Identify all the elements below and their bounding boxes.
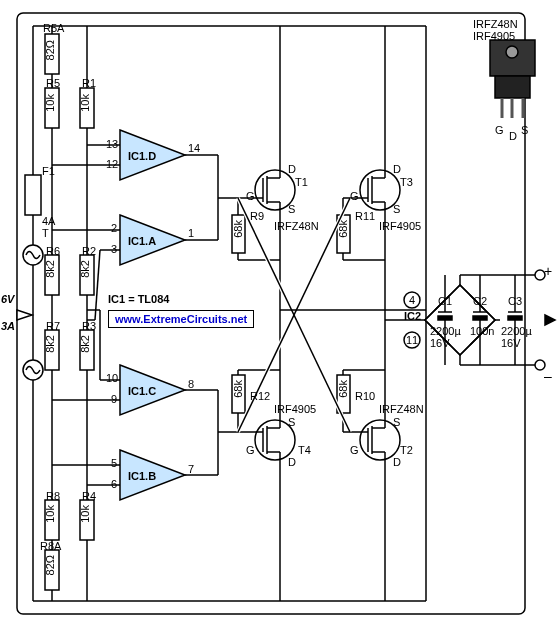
t1-d: D	[288, 163, 296, 175]
pkg-pin-d: D	[509, 130, 517, 142]
t4-type: IRF4905	[274, 403, 316, 415]
r12-ref: R12	[250, 390, 270, 402]
r3-val: 8k2	[79, 335, 91, 353]
ic1b-in1: 5	[111, 457, 117, 469]
t4-d: D	[288, 456, 296, 468]
r8-ref: R8	[46, 490, 60, 502]
ic1c-in1: 10	[106, 372, 118, 384]
supply-v: 6V	[1, 293, 14, 305]
f1-val: 4A T	[42, 215, 55, 239]
r1-val: 10k	[79, 94, 91, 112]
r7-val: 8k2	[44, 335, 56, 353]
pkg-pin-s: S	[521, 124, 528, 136]
t2-g: G	[350, 444, 359, 456]
t1-s: S	[288, 203, 295, 215]
svg-marker-158	[17, 310, 32, 320]
mosfet-types-label: IRFZ48N IRF4905	[473, 18, 518, 42]
r10-ref: R10	[355, 390, 375, 402]
ic1d-out: 14	[188, 142, 200, 154]
svg-marker-137	[545, 315, 555, 325]
c3-ref: C3	[508, 295, 522, 307]
r5a-ref: R5A	[43, 22, 64, 34]
r11-ref: R11	[355, 210, 375, 222]
out-minus: –	[544, 368, 552, 384]
r7-ref: R7	[46, 320, 60, 332]
f1-ref: F1	[42, 165, 55, 177]
r2-val: 8k2	[79, 260, 91, 278]
r11-val: 68k	[337, 220, 349, 238]
r2-ref: R2	[82, 245, 96, 257]
source-link[interactable]: www.ExtremeCircuits.net	[108, 310, 254, 328]
t3-s: S	[393, 203, 400, 215]
t1-ref: T1	[295, 176, 308, 188]
r8a-ref: R8A	[40, 540, 61, 552]
ic-note: IC1 = TL084	[108, 293, 169, 305]
svg-rect-140	[438, 316, 452, 320]
r12-val: 68k	[232, 380, 244, 398]
ic1c-ref: IC1.C	[128, 385, 156, 397]
svg-rect-153	[495, 76, 530, 98]
r5-val: 10k	[44, 94, 56, 112]
r8a-val: 82Ω	[44, 555, 56, 575]
ic1c-out: 8	[188, 378, 194, 390]
t2-ref: T2	[400, 444, 413, 456]
ic1a-in2: 3	[111, 243, 117, 255]
t4-g: G	[246, 444, 255, 456]
t2-d: D	[393, 456, 401, 468]
t3-d: D	[393, 163, 401, 175]
svg-rect-12	[25, 175, 41, 215]
ic1a-out: 1	[188, 227, 194, 239]
c2-ref: C2	[473, 295, 487, 307]
r10-val: 68k	[337, 380, 349, 398]
c3-val: 2200µ 16V	[501, 325, 532, 349]
c2-val: 100n	[470, 325, 494, 337]
t3-type: IRF4905	[379, 220, 421, 232]
ic2-ref: IC2	[404, 310, 421, 322]
ic1d-in1: 13	[106, 138, 118, 150]
svg-rect-148	[508, 316, 522, 320]
c1-val: 2200µ 16V	[430, 325, 461, 349]
r6-val: 8k2	[44, 260, 56, 278]
t3-ref: T3	[400, 176, 413, 188]
ic1b-in2: 6	[111, 478, 117, 490]
svg-rect-144	[473, 316, 487, 320]
ic1c-in2: 9	[111, 393, 117, 405]
t4-ref: T4	[298, 444, 311, 456]
svg-point-154	[506, 46, 518, 58]
t1-type: IRFZ48N	[274, 220, 319, 232]
r9-val: 68k	[232, 220, 244, 238]
ic2-p11: 11	[406, 334, 418, 346]
r9-ref: R9	[250, 210, 264, 222]
out-plus: +	[544, 263, 552, 279]
r5a-val: 82Ω	[44, 40, 56, 60]
ic1d-in2: 12	[106, 158, 118, 170]
t1-g: G	[246, 190, 255, 202]
r4-ref: R4	[82, 490, 96, 502]
ic1b-ref: IC1.B	[128, 470, 156, 482]
ic1a-ref: IC1.A	[128, 235, 156, 247]
t2-s: S	[393, 416, 400, 428]
ic1b-out: 7	[188, 463, 194, 475]
r8-val: 10k	[44, 505, 56, 523]
ic2-p4: 4	[409, 294, 415, 306]
schematic-root: IRFZ48N IRF4905 G D S F1 4A T R5A 82Ω R5…	[0, 0, 560, 627]
r3-ref: R3	[82, 320, 96, 332]
ic1a-in1: 2	[111, 222, 117, 234]
t2-type: IRFZ48N	[379, 403, 424, 415]
ic1d-ref: IC1.D	[128, 150, 156, 162]
r5-ref: R5	[46, 77, 60, 89]
t4-s: S	[288, 416, 295, 428]
r4-val: 10k	[79, 505, 91, 523]
c1-ref: C1	[438, 295, 452, 307]
t3-g: G	[350, 190, 359, 202]
r6-ref: R6	[46, 245, 60, 257]
pkg-pin-g: G	[495, 124, 504, 136]
supply-a: 3A	[1, 320, 15, 332]
r1-ref: R1	[82, 77, 96, 89]
